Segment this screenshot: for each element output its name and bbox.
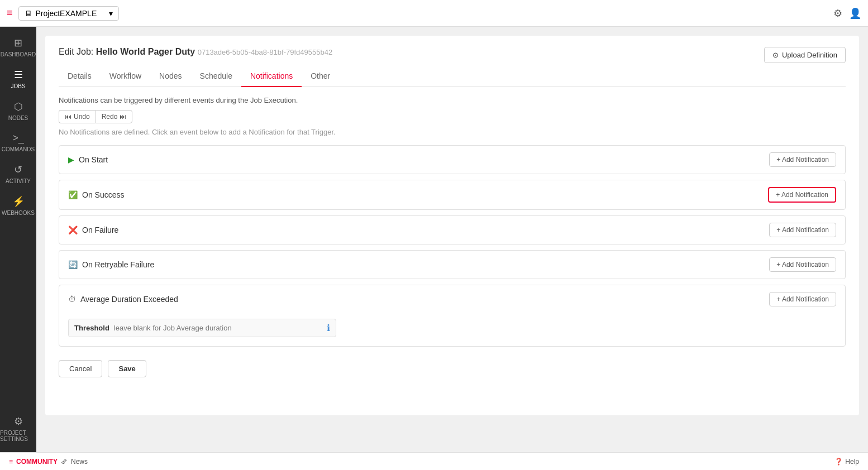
webhooks-icon: ⚡ xyxy=(12,195,25,208)
sidebar-item-nodes[interactable]: ⬡ NODES xyxy=(0,95,36,127)
add-notification-on-failure-button[interactable]: + Add Notification xyxy=(769,223,836,237)
sidebar-item-webhooks[interactable]: ⚡ WEBHOOKS xyxy=(0,190,36,222)
on-start-section: ▶ On Start + Add Notification xyxy=(59,145,846,174)
notifications-description: Notifications can be triggered by differ… xyxy=(59,96,846,104)
menu-icon[interactable]: ≡ xyxy=(7,7,13,19)
on-retryable-failure-label: 🔄 On Retryable Failure xyxy=(68,260,154,269)
check-icon: ✅ xyxy=(68,190,78,199)
news-icon: 🗞 xyxy=(61,458,68,466)
add-notification-on-retryable-failure-button[interactable]: + Add Notification xyxy=(769,257,836,272)
jobs-icon: ☰ xyxy=(14,69,23,81)
add-notification-average-duration-button[interactable]: + Add Notification xyxy=(769,292,836,306)
redo-button[interactable]: Redo ⏭ xyxy=(96,110,133,123)
undo-redo-group: ⏮ Undo Redo ⏭ xyxy=(59,110,846,123)
on-success-text: On Success xyxy=(82,190,124,199)
footer-right[interactable]: ❓ Help xyxy=(834,458,859,466)
sidebar-item-label: WEBHOOKS xyxy=(2,210,35,216)
undo-label: Undo xyxy=(74,113,90,121)
error-icon: ❌ xyxy=(68,226,78,234)
cancel-button[interactable]: Cancel xyxy=(59,360,102,377)
on-failure-text: On Failure xyxy=(82,226,118,234)
threshold-label: Threshold xyxy=(74,324,109,332)
save-button[interactable]: Save xyxy=(108,360,146,377)
user-icon[interactable]: 👤 xyxy=(849,7,861,20)
sidebar: ⊞ DASHBOARD ☰ JOBS ⬡ NODES >_ COMMANDS ↺… xyxy=(0,27,36,452)
dashboard-icon: ⊞ xyxy=(14,37,22,49)
top-header: ≡ 🖥 ProjectEXAMPLE ▾ ⚙ 👤 xyxy=(0,0,868,27)
retry-icon: 🔄 xyxy=(68,260,78,269)
on-retryable-failure-section: 🔄 On Retryable Failure + Add Notificatio… xyxy=(59,250,846,279)
page-title: Edit Job: Hello World Pager Duty 0713ade… xyxy=(59,47,332,57)
upload-definition-button[interactable]: ⊙ Upload Definition xyxy=(764,47,846,63)
bottom-actions: Cancel Save xyxy=(59,360,846,377)
community-icon: ≡ xyxy=(9,458,13,466)
on-start-text: On Start xyxy=(79,155,108,164)
tab-details[interactable]: Details xyxy=(59,66,101,87)
undo-button[interactable]: ⏮ Undo xyxy=(59,110,96,123)
redo-icon: ⏭ xyxy=(120,113,126,121)
upload-definition-label: Upload Definition xyxy=(782,51,837,59)
job-name: Hello World Pager Duty xyxy=(96,47,195,56)
threshold-input[interactable] xyxy=(114,324,322,332)
commands-icon: >_ xyxy=(12,132,24,144)
project-settings-icon: ⚙ xyxy=(14,415,23,428)
redo-label: Redo xyxy=(102,113,118,121)
sidebar-item-jobs[interactable]: ☰ JOBS xyxy=(0,63,36,95)
job-id: 0713ade6-5b05-4ba8-81bf-79fd49555b42 xyxy=(198,48,332,56)
on-failure-section: ❌ On Failure + Add Notification xyxy=(59,215,846,244)
sidebar-item-label: DASHBOARD xyxy=(1,51,36,57)
project-selector-inner: 🖥 ProjectEXAMPLE xyxy=(25,9,97,18)
on-start-label: ▶ On Start xyxy=(68,155,108,164)
footer: ≡ COMMUNITY 🗞 News ❓ Help xyxy=(0,452,868,470)
sidebar-item-dashboard[interactable]: ⊞ DASHBOARD xyxy=(0,31,36,63)
card-header: Edit Job: Hello World Pager Duty 0713ade… xyxy=(59,47,846,66)
project-selector[interactable]: 🖥 ProjectEXAMPLE ▾ xyxy=(18,6,119,21)
average-duration-exceeded-section: ⏱ Average Duration Exceeded + Add Notifi… xyxy=(59,285,846,347)
help-icon: ❓ xyxy=(834,458,843,466)
sidebar-item-label: NODES xyxy=(8,115,28,121)
activity-icon: ↺ xyxy=(14,164,22,176)
settings-icon[interactable]: ⚙ xyxy=(833,7,842,20)
main-card: Edit Job: Hello World Pager Duty 0713ade… xyxy=(45,36,859,415)
community-label[interactable]: COMMUNITY xyxy=(16,458,58,466)
threshold-help-icon[interactable]: ℹ xyxy=(327,323,330,333)
footer-left: ≡ COMMUNITY 🗞 News xyxy=(9,458,88,466)
tab-other[interactable]: Other xyxy=(302,66,339,87)
on-start-inner: ▶ On Start + Add Notification xyxy=(59,146,845,174)
threshold-row: Threshold ℹ xyxy=(59,313,845,346)
on-success-inner: ✅ On Success + Add Notification xyxy=(59,180,845,209)
sidebar-item-commands[interactable]: >_ COMMANDS xyxy=(0,127,36,158)
sidebar-item-label: ACTIVITY xyxy=(6,178,31,184)
duration-icon: ⏱ xyxy=(68,295,76,304)
project-name: ProjectEXAMPLE xyxy=(36,9,97,18)
add-notification-on-success-button[interactable]: + Add Notification xyxy=(768,187,836,203)
tab-workflow[interactable]: Workflow xyxy=(101,66,150,87)
on-retryable-failure-inner: 🔄 On Retryable Failure + Add Notificatio… xyxy=(59,251,845,279)
average-duration-exceeded-text: Average Duration Exceeded xyxy=(80,295,178,304)
sidebar-item-label: JOBS xyxy=(11,83,25,89)
header-left: ≡ 🖥 ProjectEXAMPLE ▾ xyxy=(7,6,119,21)
no-notifications-message: No Notifications are defined. Click an e… xyxy=(59,128,846,136)
average-duration-exceeded-inner: ⏱ Average Duration Exceeded + Add Notifi… xyxy=(59,285,845,313)
sidebar-item-label: PROJECT SETTINGS xyxy=(0,430,36,442)
chevron-down-icon: ▾ xyxy=(109,9,113,18)
on-retryable-failure-text: On Retryable Failure xyxy=(82,260,154,269)
edit-prefix: Edit Job: xyxy=(59,47,93,56)
nodes-icon: ⬡ xyxy=(14,100,23,113)
on-success-label: ✅ On Success xyxy=(68,190,124,199)
add-notification-on-start-button[interactable]: + Add Notification xyxy=(769,152,836,167)
average-duration-exceeded-label: ⏱ Average Duration Exceeded xyxy=(68,295,178,304)
sidebar-item-project-settings[interactable]: ⚙ PROJECT SETTINGS xyxy=(0,410,36,448)
help-label: Help xyxy=(845,458,859,466)
main-layout: ⊞ DASHBOARD ☰ JOBS ⬡ NODES >_ COMMANDS ↺… xyxy=(0,27,868,452)
on-failure-label: ❌ On Failure xyxy=(68,226,118,234)
tab-notifications[interactable]: Notifications xyxy=(241,66,302,87)
tab-nodes[interactable]: Nodes xyxy=(150,66,190,87)
threshold-input-row: Threshold ℹ xyxy=(68,319,336,337)
sidebar-item-label: COMMANDS xyxy=(2,146,35,152)
project-icon: 🖥 xyxy=(25,9,32,18)
sidebar-item-activity[interactable]: ↺ ACTIVITY xyxy=(0,158,36,190)
on-success-section: ✅ On Success + Add Notification xyxy=(59,180,846,210)
tab-schedule[interactable]: Schedule xyxy=(191,66,241,87)
news-label[interactable]: News xyxy=(71,458,88,466)
